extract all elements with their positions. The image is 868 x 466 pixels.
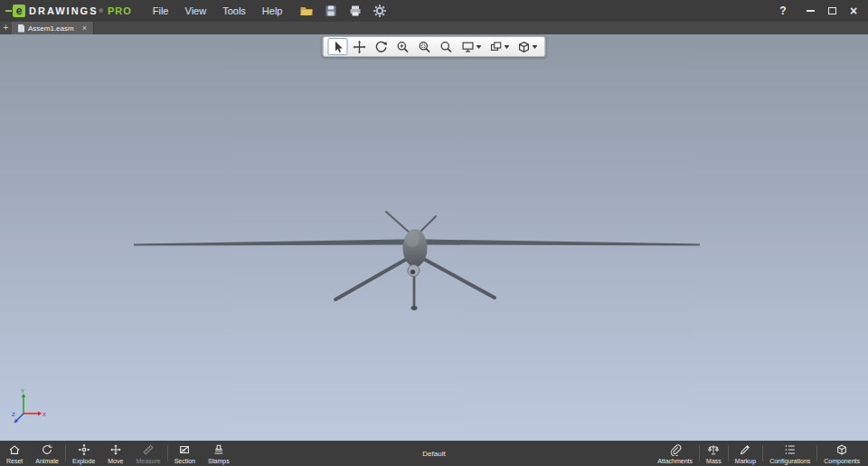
configurations-button[interactable]: Configurations (763, 441, 816, 466)
zoom-area-tool-button[interactable] (415, 38, 435, 55)
zoom-fit-icon (396, 40, 410, 54)
help-button[interactable]: ? (772, 0, 794, 22)
home-icon (8, 443, 21, 456)
tab-label: Assem1.easm (28, 24, 74, 33)
drone-model-render (0, 34, 868, 441)
print-button[interactable] (346, 3, 364, 19)
components-label: Components (824, 458, 860, 464)
attachments-button[interactable]: Attachments (651, 441, 699, 466)
triad-y-label: Y (21, 388, 24, 394)
logo-edition: PRO (108, 5, 132, 16)
window-controls: ? × (772, 0, 868, 22)
zoom-fit-tool-button[interactable] (393, 38, 413, 55)
tab-close-icon[interactable]: × (82, 24, 87, 33)
open-button[interactable] (297, 3, 316, 19)
logo-dash (5, 10, 12, 12)
view-toolbar (323, 36, 546, 57)
statusbar-right-group: Attachments Mass Markup (651, 441, 868, 466)
scale-icon (707, 443, 720, 456)
zoom-icon (439, 40, 454, 54)
triad-x-label: X (42, 412, 46, 417)
view-orientation-button[interactable] (486, 38, 513, 55)
stamps-label: Stamps (208, 458, 230, 464)
close-button[interactable]: × (843, 0, 864, 22)
explode-icon (78, 443, 90, 456)
configurations-list-icon (784, 443, 797, 456)
chevron-down-icon (476, 45, 482, 49)
menu-file[interactable]: File (145, 2, 177, 20)
new-tab-button[interactable]: + (0, 22, 12, 34)
move-button[interactable]: Move (101, 441, 129, 466)
markup-label: Markup (735, 458, 756, 464)
mass-label: Mass (706, 458, 722, 464)
titlebar-toolbar (297, 3, 389, 19)
rotate-tool-button[interactable] (372, 38, 392, 55)
reset-button[interactable]: Reset (0, 441, 29, 466)
options-button[interactable] (371, 3, 389, 19)
cursor-arrow-icon (331, 40, 345, 54)
animate-label: Animate (35, 458, 59, 464)
pan-tool-button[interactable] (350, 38, 370, 55)
gear-icon (373, 4, 387, 18)
measure-ruler-icon (142, 443, 155, 456)
stamp-icon (212, 443, 225, 456)
logo-name: DRAWINGS (29, 5, 99, 16)
model-views-button[interactable] (514, 38, 541, 55)
mass-button[interactable]: Mass (700, 441, 728, 466)
title-bar: e DRAWINGS ® PRO File View Tools Help (0, 0, 868, 22)
section-icon (178, 443, 191, 456)
pencil-icon (739, 443, 751, 456)
components-button[interactable]: Components (817, 441, 866, 466)
menu-view[interactable]: View (177, 2, 215, 20)
explode-button[interactable]: Explode (66, 441, 101, 466)
markup-button[interactable]: Markup (729, 441, 762, 466)
stamps-button[interactable]: Stamps (202, 441, 236, 466)
measure-button: Measure (129, 441, 166, 466)
reset-label: Reset (6, 458, 23, 464)
measure-label: Measure (136, 458, 160, 464)
paperclip-icon (669, 443, 682, 456)
maximize-icon (828, 7, 836, 14)
triad-z-label: Z (12, 412, 15, 417)
configurations-label: Configurations (769, 458, 810, 464)
rotate-arrows-icon (374, 40, 389, 54)
section-label: Section (175, 458, 195, 464)
section-button[interactable]: Section (168, 441, 202, 466)
zoom-area-icon (418, 40, 432, 54)
components-cube-icon (835, 443, 848, 456)
menu-help[interactable]: Help (254, 2, 291, 20)
chevron-down-icon (533, 45, 538, 49)
save-floppy-icon (324, 4, 338, 18)
tab-assem1[interactable]: Assem1.easm × (12, 22, 94, 34)
3d-viewport[interactable]: X Y Z (0, 34, 868, 441)
logo-trademark: ® (99, 8, 103, 14)
chevron-down-icon (505, 45, 510, 49)
move-icon (109, 443, 122, 456)
attachments-label: Attachments (657, 458, 693, 464)
maximize-button[interactable] (821, 0, 843, 22)
tab-bar: + Assem1.easm × (0, 22, 868, 34)
print-icon (348, 4, 363, 18)
zoom-tool-button[interactable] (437, 38, 457, 55)
view-orientation-icon (489, 40, 504, 54)
status-bar: Reset Animate Explode (0, 441, 868, 466)
minimize-button[interactable] (799, 0, 821, 22)
select-tool-button[interactable] (328, 38, 348, 55)
edrawings-window: e DRAWINGS ® PRO File View Tools Help (0, 0, 868, 466)
explode-label: Explode (72, 458, 95, 464)
save-button[interactable] (322, 3, 340, 19)
app-logo: e DRAWINGS ® PRO (5, 5, 132, 17)
configuration-name: Default (422, 450, 445, 458)
minimize-icon (807, 10, 815, 12)
open-folder-icon (299, 4, 314, 18)
monitor-icon (461, 40, 476, 54)
menu-bar: File View Tools Help (145, 2, 291, 20)
document-icon (18, 24, 24, 33)
axis-triad: X Y Z (12, 386, 50, 426)
menu-tools[interactable]: Tools (214, 2, 254, 20)
display-mode-button[interactable] (458, 38, 485, 55)
animate-icon (41, 443, 53, 456)
statusbar-left-group: Reset Animate Explode (0, 441, 236, 466)
animate-button[interactable]: Animate (29, 441, 65, 466)
move-label: Move (108, 458, 123, 464)
